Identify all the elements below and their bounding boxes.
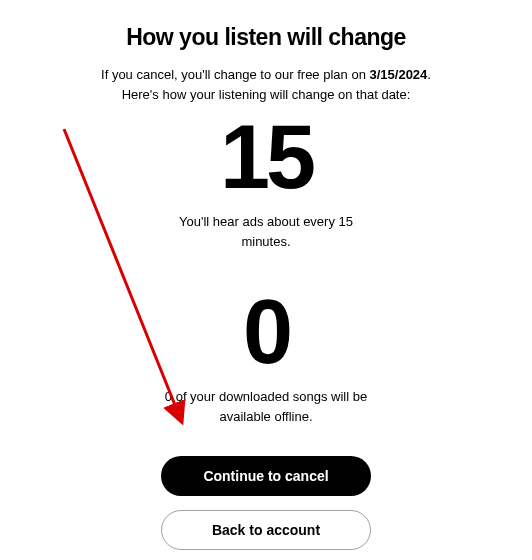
subtitle-suffix: . [427, 67, 431, 82]
stat-ads: 15 You'll hear ads about every 15 minute… [60, 112, 472, 251]
page-title: How you listen will change [60, 24, 472, 51]
subtitle-prefix: If you cancel, you'll change to our free… [101, 67, 369, 82]
cancel-warning-dialog: How you listen will change If you cancel… [0, 0, 532, 550]
continue-to-cancel-button[interactable]: Continue to cancel [161, 456, 371, 496]
stat-ads-caption: You'll hear ads about every 15 minutes. [156, 212, 376, 251]
cancel-date: 3/15/2024 [369, 67, 427, 82]
back-to-account-button[interactable]: Back to account [161, 510, 371, 550]
stat-offline-caption: 0 of your downloaded songs will be avail… [156, 387, 376, 426]
stat-offline: 0 0 of your downloaded songs will be ava… [60, 287, 472, 426]
subtitle-line2: Here's how your listening will change on… [60, 85, 472, 105]
cancel-subtitle: If you cancel, you'll change to our free… [60, 65, 472, 104]
stat-ads-value: 15 [60, 112, 472, 202]
stat-offline-value: 0 [60, 287, 472, 377]
dialog-buttons: Continue to cancel Back to account [60, 456, 472, 550]
